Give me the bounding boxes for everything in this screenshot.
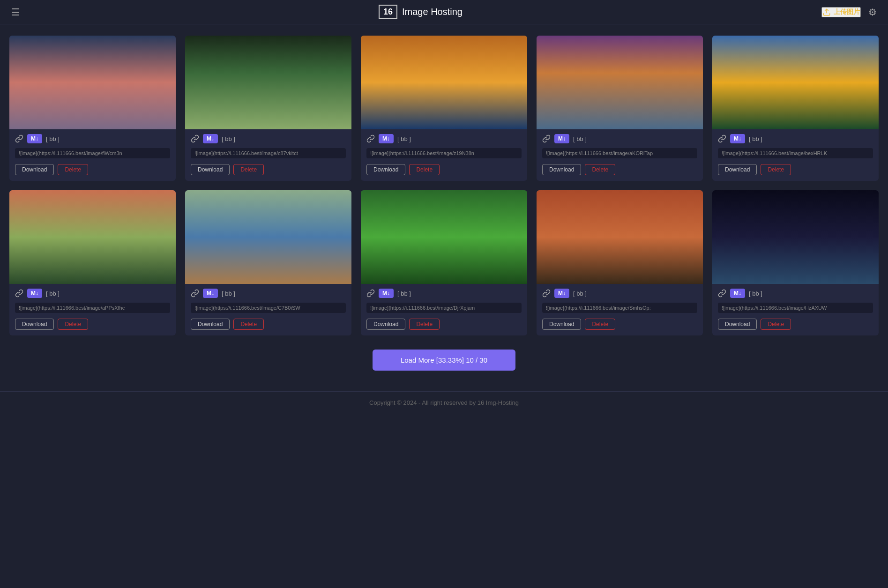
- delete-button[interactable]: Delete: [58, 164, 88, 175]
- download-button[interactable]: Download: [718, 164, 757, 175]
- link-icon[interactable]: [15, 289, 23, 298]
- card-actions: M↓ [ bb ]: [185, 129, 351, 146]
- link-icon[interactable]: [191, 289, 199, 298]
- code-preview[interactable]: ![image](https://i.111666.best/image/HzA…: [718, 303, 873, 313]
- image-thumbnail: [185, 36, 351, 129]
- link-icon[interactable]: [542, 134, 551, 143]
- download-button[interactable]: Download: [366, 164, 405, 175]
- hamburger-icon[interactable]: ☰: [11, 7, 20, 18]
- card-actions: M↓ [ bb ]: [361, 284, 527, 301]
- link-icon[interactable]: [718, 289, 726, 298]
- image-thumbnail: [9, 36, 176, 129]
- download-button[interactable]: Download: [15, 319, 54, 330]
- bbcode-label[interactable]: [ bb ]: [222, 290, 235, 297]
- markdown-button[interactable]: M↓: [379, 289, 394, 298]
- delete-button[interactable]: Delete: [233, 164, 264, 175]
- card-buttons: Download Delete: [537, 316, 703, 335]
- image-grid: M↓ [ bb ] ![image](https://i.111666.best…: [9, 36, 879, 335]
- card-actions: M↓ [ bb ]: [361, 129, 527, 146]
- download-button[interactable]: Download: [542, 319, 581, 330]
- code-preview[interactable]: ![image](https://i.111666.best/image/bex…: [718, 148, 873, 158]
- markdown-button[interactable]: M↓: [554, 134, 569, 143]
- upload-button[interactable]: 上传图片: [821, 7, 861, 17]
- delete-button[interactable]: Delete: [761, 164, 791, 175]
- card-actions: M↓ [ bb ]: [712, 284, 879, 301]
- bbcode-label[interactable]: [ bb ]: [46, 290, 60, 297]
- card-buttons: Download Delete: [361, 316, 527, 335]
- markdown-button[interactable]: M↓: [27, 289, 42, 298]
- header-actions: 上传图片 ⚙: [821, 7, 877, 18]
- image-thumbnail: [185, 190, 351, 284]
- delete-button[interactable]: Delete: [409, 164, 440, 175]
- download-button[interactable]: Download: [542, 164, 581, 175]
- image-thumbnail: [712, 190, 879, 284]
- logo-number: 16: [379, 5, 397, 19]
- delete-button[interactable]: Delete: [761, 319, 791, 330]
- card-buttons: Download Delete: [712, 161, 879, 181]
- image-thumbnail: [537, 36, 703, 129]
- card-actions: M↓ [ bb ]: [9, 284, 176, 301]
- link-icon[interactable]: [366, 289, 375, 298]
- markdown-button[interactable]: M↓: [554, 289, 569, 298]
- link-icon[interactable]: [191, 134, 199, 143]
- markdown-button[interactable]: M↓: [27, 134, 42, 143]
- code-preview[interactable]: ![image](https://i.111666.best/image/aPP…: [15, 303, 170, 313]
- bbcode-label[interactable]: [ bb ]: [46, 135, 60, 142]
- download-button[interactable]: Download: [366, 319, 405, 330]
- download-button[interactable]: Download: [191, 319, 230, 330]
- upload-icon: [822, 8, 831, 16]
- card-buttons: Download Delete: [185, 161, 351, 181]
- delete-button[interactable]: Delete: [233, 319, 264, 330]
- markdown-button[interactable]: M↓: [730, 289, 745, 298]
- bbcode-label[interactable]: [ bb ]: [397, 290, 411, 297]
- image-card: M↓ [ bb ] ![image](https://i.111666.best…: [185, 36, 351, 181]
- card-buttons: Download Delete: [361, 161, 527, 181]
- card-buttons: Download Delete: [537, 161, 703, 181]
- bbcode-label[interactable]: [ bb ]: [573, 135, 587, 142]
- delete-button[interactable]: Delete: [58, 319, 88, 330]
- download-button[interactable]: Download: [191, 164, 230, 175]
- card-actions: M↓ [ bb ]: [185, 284, 351, 301]
- code-preview[interactable]: ![image](https://i.111666.best/image/aKO…: [542, 148, 697, 158]
- card-buttons: Download Delete: [9, 161, 176, 181]
- link-icon[interactable]: [15, 134, 23, 143]
- card-actions: M↓ [ bb ]: [537, 284, 703, 301]
- image-thumbnail: [361, 36, 527, 129]
- footer-text: Copyright © 2024 - All right reserved by…: [369, 399, 519, 406]
- delete-button[interactable]: Delete: [585, 319, 615, 330]
- delete-button[interactable]: Delete: [585, 164, 615, 175]
- link-icon[interactable]: [366, 134, 375, 143]
- bbcode-label[interactable]: [ bb ]: [749, 135, 762, 142]
- code-preview[interactable]: ![image](https://i.111666.best/image/Smh…: [542, 303, 697, 313]
- markdown-button[interactable]: M↓: [203, 289, 218, 298]
- card-buttons: Download Delete: [712, 316, 879, 335]
- link-icon[interactable]: [542, 289, 551, 298]
- image-card: M↓ [ bb ] ![image](https://i.111666.best…: [537, 190, 703, 335]
- bbcode-label[interactable]: [ bb ]: [222, 135, 235, 142]
- image-thumbnail: [712, 36, 879, 129]
- image-card: M↓ [ bb ] ![image](https://i.111666.best…: [361, 190, 527, 335]
- code-preview[interactable]: ![image](https://i.111666.best/image/c87…: [191, 148, 346, 158]
- load-more-button[interactable]: Load More [33.33%] 10 / 30: [373, 350, 515, 371]
- markdown-button[interactable]: M↓: [730, 134, 745, 143]
- upload-label: 上传图片: [834, 8, 860, 16]
- markdown-button[interactable]: M↓: [379, 134, 394, 143]
- download-button[interactable]: Download: [15, 164, 54, 175]
- settings-icon[interactable]: ⚙: [868, 7, 877, 18]
- code-preview[interactable]: ![image](https://i.111666.best/image/Djr…: [366, 303, 522, 313]
- image-thumbnail: [361, 190, 527, 284]
- delete-button[interactable]: Delete: [409, 319, 440, 330]
- link-icon[interactable]: [718, 134, 726, 143]
- card-buttons: Download Delete: [185, 316, 351, 335]
- code-preview[interactable]: ![image](https://i.111666.best/image/fiW…: [15, 148, 170, 158]
- code-preview[interactable]: ![image](https://i.111666.best/image/C7B…: [191, 303, 346, 313]
- bbcode-label[interactable]: [ bb ]: [573, 290, 587, 297]
- download-button[interactable]: Download: [718, 319, 757, 330]
- markdown-button[interactable]: M↓: [203, 134, 218, 143]
- card-actions: M↓ [ bb ]: [9, 129, 176, 146]
- card-actions: M↓ [ bb ]: [712, 129, 879, 146]
- image-card: M↓ [ bb ] ![image](https://i.111666.best…: [712, 36, 879, 181]
- code-preview[interactable]: ![image](https://i.111666.best/image/z19…: [366, 148, 522, 158]
- bbcode-label[interactable]: [ bb ]: [749, 290, 762, 297]
- bbcode-label[interactable]: [ bb ]: [397, 135, 411, 142]
